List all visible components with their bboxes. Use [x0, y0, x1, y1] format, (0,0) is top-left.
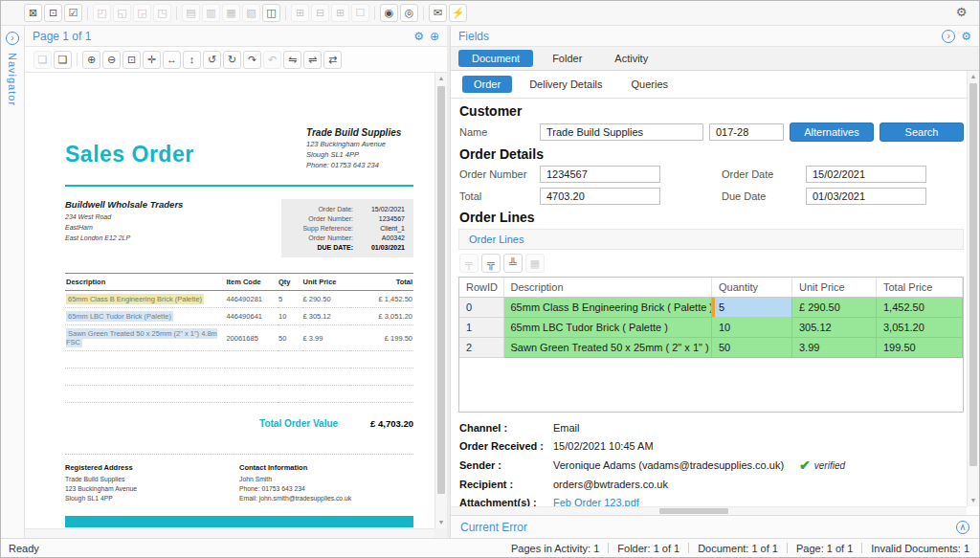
order-date-input[interactable] — [806, 166, 926, 183]
scroll-up-icon[interactable]: ▲ — [968, 71, 979, 82]
doc-col-total: Total — [350, 274, 413, 291]
doc-cell[interactable]: 10 — [278, 308, 301, 325]
fields-settings-icon[interactable]: ⚙ — [961, 31, 971, 42]
scrollbar-thumb[interactable] — [659, 508, 728, 514]
doc-cell[interactable]: 50 — [278, 325, 301, 351]
comment-add-icon[interactable]: ❏ — [54, 51, 72, 69]
tab-delivery-details[interactable]: Delivery Details — [518, 76, 613, 93]
navigator-panel[interactable]: › Navigator — [1, 26, 25, 538]
page-rotate-right-icon[interactable]: ⇌ — [303, 51, 322, 69]
viewer-canvas[interactable]: Sales Order Trade Build Supplies 123 Buc… — [25, 73, 447, 538]
zoom-area-icon[interactable]: ⊡ — [122, 51, 141, 69]
tab-activity[interactable]: Activity — [601, 50, 661, 67]
send-feedback-icon[interactable]: ✉ — [429, 4, 447, 22]
tab-document[interactable]: Document — [458, 50, 533, 67]
field-region-highlight[interactable]: 65mm Class B Engineering Brick (Palette) — [66, 294, 204, 304]
settings-gears-icon[interactable]: ⚙ — [952, 4, 970, 22]
field-region-highlight[interactable]: Sawn Green Treated 50 x 25mm (2" x 1") 4… — [66, 328, 217, 347]
order-lines-toolbar: ╤ ╦ ╩ ▦ — [458, 250, 964, 277]
doc-cell[interactable]: £ 3.99 — [302, 325, 351, 351]
fit-page-icon[interactable]: ✛ — [143, 51, 161, 69]
copy-document-icon[interactable]: ◫ — [262, 4, 280, 22]
unit-price-cell[interactable]: 3.99 — [792, 337, 877, 357]
scrollbar-thumb[interactable] — [437, 86, 445, 494]
collapse-error-panel-icon[interactable]: ∧ — [956, 521, 969, 534]
merge-rows-down-icon[interactable]: ╦ — [481, 254, 501, 273]
order-number-input[interactable] — [540, 166, 660, 183]
quantity-cell[interactable]: 50 — [712, 337, 792, 357]
customer-code-input[interactable] — [709, 123, 784, 141]
main-toolbar: ⊠ ⊡ ☑ ◰ ◱ ◲ ◳ ▤ ▥ ▦ ▧ ◫ ⊞ ⊟ ⊞ ☐ ◉ ◎ ✉ ⚡ … — [1, 1, 979, 26]
unit-price-cell[interactable]: £ 290.50 — [792, 297, 877, 317]
total-price-cell[interactable]: 3,051.20 — [877, 317, 963, 337]
hide-region-icon[interactable]: ◎ — [400, 4, 418, 22]
viewer-layout-icon[interactable]: ⊕ — [430, 31, 439, 42]
rotate-left-icon[interactable]: ↺ — [203, 51, 221, 69]
scroll-down-icon[interactable]: ▼ — [968, 495, 979, 506]
order-lines-group-bar[interactable]: Order Lines — [458, 229, 964, 250]
viewer-settings-icon[interactable]: ⚙ — [413, 31, 424, 42]
recipient-value: orders@bwtraders.co.uk — [553, 479, 668, 490]
doc-cell[interactable]: 5 — [278, 291, 301, 308]
doc-cell[interactable]: £ 199.50 — [350, 325, 413, 351]
batch-prev-icon: ◱ — [113, 4, 131, 22]
scrollbar-thumb[interactable] — [969, 83, 977, 466]
scroll-up-icon[interactable]: ▲ — [435, 73, 447, 84]
due-date-input[interactable] — [806, 188, 926, 205]
doc-footer-divider — [65, 454, 413, 455]
merge-rows-up-icon[interactable]: ╩ — [503, 254, 523, 273]
doc-cell[interactable]: £ 1,452.50 — [350, 291, 413, 308]
show-region-icon[interactable]: ◉ — [380, 4, 398, 22]
run-task-icon[interactable]: ⊡ — [44, 4, 62, 22]
fields-horizontal-scrollbar[interactable] — [451, 506, 967, 515]
customer-name-input[interactable] — [540, 123, 703, 141]
page-flip-icon[interactable]: ⇄ — [323, 51, 342, 69]
collapse-fields-icon[interactable]: › — [942, 30, 955, 43]
tab-folder[interactable]: Folder — [539, 50, 595, 67]
zoom-out-icon[interactable]: ⊖ — [102, 51, 121, 69]
viewer-horizontal-scrollbar[interactable] — [25, 528, 434, 538]
search-button[interactable]: Search — [880, 123, 964, 142]
doc-cell[interactable]: £ 305.12 — [302, 308, 351, 325]
tab-queries[interactable]: Queries — [620, 76, 680, 93]
show-grid-icon: ▦ — [525, 254, 545, 273]
tab-order[interactable]: Order — [462, 76, 512, 93]
alternatives-button[interactable]: Alternatives — [790, 123, 874, 142]
doc-buyer-line: 234 West Road — [65, 212, 183, 222]
doc-cell[interactable]: 446490641 — [225, 308, 278, 325]
description-cell[interactable]: 65mm Class B Engineering Brick ( Palette… — [503, 297, 712, 317]
fit-width-icon[interactable]: ↔ — [163, 51, 181, 69]
total-input[interactable] — [540, 188, 660, 205]
toolbar-separator — [176, 7, 177, 20]
expand-navigator-icon[interactable]: › — [6, 32, 19, 45]
page-rotate-left-icon[interactable]: ⇋ — [283, 51, 301, 69]
unit-price-cell[interactable]: 305.12 — [792, 317, 877, 337]
channel-value: Email — [553, 422, 580, 434]
zoom-in-icon[interactable]: ⊕ — [82, 51, 100, 69]
stop-task-icon[interactable]: ⊠ — [24, 4, 42, 22]
viewer-vertical-scrollbar[interactable]: ▲ ▼ — [434, 73, 447, 528]
description-cell[interactable]: 65mm LBC Tudor Brick ( Palette ) — [503, 317, 712, 337]
rotate-right-icon[interactable]: ↻ — [223, 51, 241, 69]
document-page[interactable]: Sales Order Trade Build Supplies 123 Buc… — [25, 73, 434, 528]
field-region-highlight[interactable]: 65mm LBC Tudor Brick (Palette) — [66, 311, 173, 322]
doc-cell[interactable]: 446490281 — [225, 291, 278, 308]
edit-task-icon[interactable]: ☑ — [64, 4, 82, 22]
doc-cell[interactable]: £ 290.50 — [302, 291, 351, 308]
rowid-cell[interactable]: 0 — [459, 297, 503, 317]
fit-height-icon[interactable]: ↕ — [183, 51, 201, 69]
rotate-cw-90-icon[interactable]: ↷ — [243, 51, 261, 69]
quantity-cell[interactable]: 10 — [712, 317, 792, 337]
scroll-down-icon[interactable]: ▼ — [435, 517, 447, 528]
doc-cell[interactable]: 20061685 — [225, 325, 278, 351]
fields-vertical-scrollbar[interactable]: ▲ ▼ — [967, 71, 979, 506]
quantity-cell-selected[interactable]: 5 — [712, 297, 792, 317]
description-cell[interactable]: Sawn Green Treated 50 x 25mm ( 2" x 1" )… — [503, 337, 712, 357]
doc-cell[interactable]: £ 3,051.20 — [350, 308, 413, 325]
doc-total-value[interactable]: £ 4,703.20 — [370, 418, 413, 429]
total-price-cell[interactable]: 199.50 — [877, 337, 963, 357]
total-price-cell[interactable]: 1,452.50 — [877, 297, 963, 317]
quick-action-icon[interactable]: ⚡ — [449, 4, 467, 22]
rowid-cell[interactable]: 2 — [459, 337, 503, 357]
rowid-cell[interactable]: 1 — [459, 317, 503, 337]
